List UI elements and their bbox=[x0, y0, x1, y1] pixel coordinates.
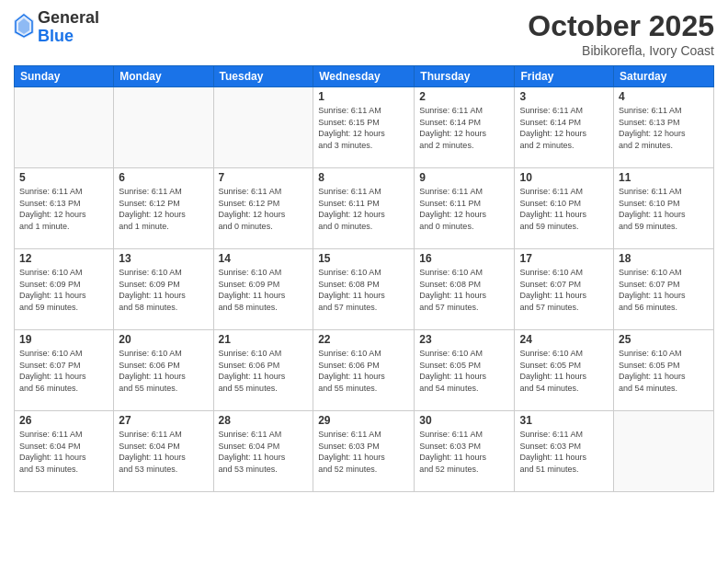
day-number: 12 bbox=[19, 252, 108, 265]
calendar-cell: 3Sunrise: 6:11 AM Sunset: 6:14 PM Daylig… bbox=[515, 87, 614, 168]
day-info: Sunrise: 6:11 AM Sunset: 6:03 PM Dayligh… bbox=[519, 429, 609, 475]
day-info: Sunrise: 6:10 AM Sunset: 6:09 PM Dayligh… bbox=[19, 267, 108, 313]
calendar-cell bbox=[15, 87, 114, 168]
day-number: 27 bbox=[119, 414, 208, 427]
week-row-4: 19Sunrise: 6:10 AM Sunset: 6:07 PM Dayli… bbox=[15, 330, 714, 411]
day-info: Sunrise: 6:10 AM Sunset: 6:05 PM Dayligh… bbox=[619, 348, 709, 394]
day-number: 17 bbox=[519, 252, 609, 265]
day-number: 20 bbox=[119, 333, 208, 346]
day-number: 7 bbox=[219, 171, 309, 184]
calendar-cell: 29Sunrise: 6:11 AM Sunset: 6:03 PM Dayli… bbox=[313, 411, 415, 492]
day-number: 11 bbox=[619, 171, 709, 184]
calendar-cell: 26Sunrise: 6:11 AM Sunset: 6:04 PM Dayli… bbox=[15, 411, 114, 492]
calendar-cell: 16Sunrise: 6:10 AM Sunset: 6:08 PM Dayli… bbox=[415, 249, 515, 330]
day-info: Sunrise: 6:10 AM Sunset: 6:06 PM Dayligh… bbox=[219, 348, 309, 394]
month-title: October 2025 bbox=[528, 9, 714, 43]
calendar-cell: 21Sunrise: 6:10 AM Sunset: 6:06 PM Dayli… bbox=[213, 330, 313, 411]
calendar-cell: 13Sunrise: 6:10 AM Sunset: 6:09 PM Dayli… bbox=[114, 249, 213, 330]
calendar-cell: 25Sunrise: 6:10 AM Sunset: 6:05 PM Dayli… bbox=[614, 330, 714, 411]
day-info: Sunrise: 6:10 AM Sunset: 6:07 PM Dayligh… bbox=[519, 267, 609, 313]
calendar-table: SundayMondayTuesdayWednesdayThursdayFrid… bbox=[14, 65, 714, 492]
week-row-2: 5Sunrise: 6:11 AM Sunset: 6:13 PM Daylig… bbox=[15, 168, 714, 249]
day-number: 22 bbox=[318, 333, 409, 346]
day-info: Sunrise: 6:11 AM Sunset: 6:14 PM Dayligh… bbox=[519, 105, 609, 151]
calendar-cell: 4Sunrise: 6:11 AM Sunset: 6:13 PM Daylig… bbox=[614, 87, 714, 168]
column-header-saturday: Saturday bbox=[614, 66, 714, 87]
logo: General Blue bbox=[14, 9, 99, 46]
day-number: 4 bbox=[619, 90, 709, 103]
day-number: 3 bbox=[519, 90, 609, 103]
day-info: Sunrise: 6:11 AM Sunset: 6:04 PM Dayligh… bbox=[119, 429, 208, 475]
day-info: Sunrise: 6:10 AM Sunset: 6:08 PM Dayligh… bbox=[419, 267, 509, 313]
column-header-thursday: Thursday bbox=[415, 66, 515, 87]
logo-general-text: General bbox=[38, 8, 99, 27]
day-info: Sunrise: 6:10 AM Sunset: 6:05 PM Dayligh… bbox=[519, 348, 609, 394]
day-info: Sunrise: 6:10 AM Sunset: 6:09 PM Dayligh… bbox=[219, 267, 309, 313]
calendar-cell: 8Sunrise: 6:11 AM Sunset: 6:11 PM Daylig… bbox=[313, 168, 415, 249]
day-number: 1 bbox=[318, 90, 409, 103]
day-info: Sunrise: 6:10 AM Sunset: 6:09 PM Dayligh… bbox=[119, 267, 208, 313]
calendar-cell: 22Sunrise: 6:10 AM Sunset: 6:06 PM Dayli… bbox=[313, 330, 415, 411]
day-info: Sunrise: 6:11 AM Sunset: 6:12 PM Dayligh… bbox=[219, 186, 309, 232]
column-header-friday: Friday bbox=[515, 66, 614, 87]
column-header-monday: Monday bbox=[114, 66, 213, 87]
day-info: Sunrise: 6:10 AM Sunset: 6:06 PM Dayligh… bbox=[119, 348, 208, 394]
calendar-page: General Blue October 2025 Bibikorefla, I… bbox=[0, 0, 728, 563]
calendar-cell: 11Sunrise: 6:11 AM Sunset: 6:10 PM Dayli… bbox=[614, 168, 714, 249]
day-info: Sunrise: 6:11 AM Sunset: 6:11 PM Dayligh… bbox=[419, 186, 509, 232]
day-number: 14 bbox=[219, 252, 309, 265]
logo-icon bbox=[14, 13, 34, 39]
calendar-cell: 23Sunrise: 6:10 AM Sunset: 6:05 PM Dayli… bbox=[415, 330, 515, 411]
day-info: Sunrise: 6:10 AM Sunset: 6:05 PM Dayligh… bbox=[419, 348, 509, 394]
day-info: Sunrise: 6:11 AM Sunset: 6:13 PM Dayligh… bbox=[619, 105, 709, 151]
day-info: Sunrise: 6:10 AM Sunset: 6:06 PM Dayligh… bbox=[318, 348, 409, 394]
day-info: Sunrise: 6:10 AM Sunset: 6:07 PM Dayligh… bbox=[619, 267, 709, 313]
day-number: 21 bbox=[219, 333, 309, 346]
week-row-3: 12Sunrise: 6:10 AM Sunset: 6:09 PM Dayli… bbox=[15, 249, 714, 330]
day-info: Sunrise: 6:11 AM Sunset: 6:14 PM Dayligh… bbox=[419, 105, 509, 151]
day-info: Sunrise: 6:10 AM Sunset: 6:08 PM Dayligh… bbox=[318, 267, 409, 313]
day-number: 25 bbox=[619, 333, 709, 346]
column-header-wednesday: Wednesday bbox=[313, 66, 415, 87]
calendar-cell: 6Sunrise: 6:11 AM Sunset: 6:12 PM Daylig… bbox=[114, 168, 213, 249]
day-number: 28 bbox=[219, 414, 309, 427]
day-number: 31 bbox=[519, 414, 609, 427]
calendar-cell: 27Sunrise: 6:11 AM Sunset: 6:04 PM Dayli… bbox=[114, 411, 213, 492]
calendar-cell: 24Sunrise: 6:10 AM Sunset: 6:05 PM Dayli… bbox=[515, 330, 614, 411]
calendar-header-row: SundayMondayTuesdayWednesdayThursdayFrid… bbox=[15, 66, 714, 87]
calendar-cell: 18Sunrise: 6:10 AM Sunset: 6:07 PM Dayli… bbox=[614, 249, 714, 330]
calendar-cell: 15Sunrise: 6:10 AM Sunset: 6:08 PM Dayli… bbox=[313, 249, 415, 330]
day-info: Sunrise: 6:11 AM Sunset: 6:04 PM Dayligh… bbox=[219, 429, 309, 475]
calendar-cell: 20Sunrise: 6:10 AM Sunset: 6:06 PM Dayli… bbox=[114, 330, 213, 411]
calendar-cell: 10Sunrise: 6:11 AM Sunset: 6:10 PM Dayli… bbox=[515, 168, 614, 249]
day-number: 10 bbox=[519, 171, 609, 184]
day-number: 30 bbox=[419, 414, 509, 427]
day-number: 18 bbox=[619, 252, 709, 265]
day-info: Sunrise: 6:10 AM Sunset: 6:07 PM Dayligh… bbox=[19, 348, 108, 394]
header: General Blue October 2025 Bibikorefla, I… bbox=[14, 9, 714, 58]
day-info: Sunrise: 6:11 AM Sunset: 6:12 PM Dayligh… bbox=[119, 186, 208, 232]
day-number: 8 bbox=[318, 171, 409, 184]
calendar-cell: 2Sunrise: 6:11 AM Sunset: 6:14 PM Daylig… bbox=[415, 87, 515, 168]
day-info: Sunrise: 6:11 AM Sunset: 6:03 PM Dayligh… bbox=[419, 429, 509, 475]
day-number: 15 bbox=[318, 252, 409, 265]
calendar-cell: 7Sunrise: 6:11 AM Sunset: 6:12 PM Daylig… bbox=[213, 168, 313, 249]
column-header-sunday: Sunday bbox=[15, 66, 114, 87]
day-number: 13 bbox=[119, 252, 208, 265]
calendar-cell: 19Sunrise: 6:10 AM Sunset: 6:07 PM Dayli… bbox=[15, 330, 114, 411]
calendar-cell: 5Sunrise: 6:11 AM Sunset: 6:13 PM Daylig… bbox=[15, 168, 114, 249]
day-info: Sunrise: 6:11 AM Sunset: 6:10 PM Dayligh… bbox=[519, 186, 609, 232]
calendar-cell: 31Sunrise: 6:11 AM Sunset: 6:03 PM Dayli… bbox=[515, 411, 614, 492]
day-number: 23 bbox=[419, 333, 509, 346]
day-info: Sunrise: 6:11 AM Sunset: 6:03 PM Dayligh… bbox=[318, 429, 409, 475]
day-info: Sunrise: 6:11 AM Sunset: 6:04 PM Dayligh… bbox=[19, 429, 108, 475]
day-number: 24 bbox=[519, 333, 609, 346]
title-block: October 2025 Bibikorefla, Ivory Coast bbox=[528, 9, 714, 58]
day-number: 26 bbox=[19, 414, 108, 427]
day-info: Sunrise: 6:11 AM Sunset: 6:13 PM Dayligh… bbox=[19, 186, 108, 232]
calendar-cell bbox=[213, 87, 313, 168]
day-info: Sunrise: 6:11 AM Sunset: 6:11 PM Dayligh… bbox=[318, 186, 409, 232]
calendar-cell bbox=[614, 411, 714, 492]
day-info: Sunrise: 6:11 AM Sunset: 6:15 PM Dayligh… bbox=[318, 105, 409, 151]
calendar-cell bbox=[114, 87, 213, 168]
